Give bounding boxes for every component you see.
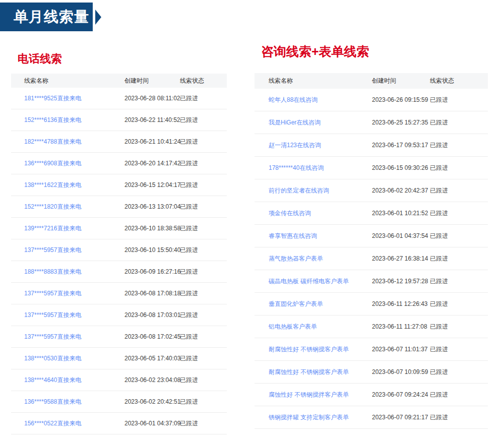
- created-time: 2023-06-15 12:04:17: [124, 181, 180, 188]
- created-time: 2023-06-25 15:27:35: [372, 119, 430, 126]
- lead-name-link[interactable]: 蛇年人88在线咨询: [269, 96, 318, 103]
- table-row: 188****8883直接来电 2023-06-09 16:27:16 已跟进: [11, 261, 227, 283]
- lead-name-link[interactable]: 垂直固化炉客户表单: [269, 300, 323, 307]
- table-header-row: 线索名称 创建时间 线索状态: [11, 74, 227, 88]
- table-row: 138****0530直接来电 2023-06-05 17:40:03 已跟进: [11, 348, 227, 369]
- lead-status: 已跟进: [180, 376, 227, 385]
- lead-status: 已跟进: [430, 368, 488, 376]
- table-row: 138****4640直接来电 2023-06-02 23:04:08 已跟进: [11, 369, 227, 391]
- lead-name-link[interactable]: 136****6908直接来电: [24, 160, 81, 167]
- created-time: 2023-06-09 16:27:16: [124, 268, 180, 275]
- created-time: 2023-06-07 11:01:37: [372, 346, 430, 353]
- lead-name-link[interactable]: 181****9525直接来电: [24, 95, 81, 102]
- lead-name-link[interactable]: 睿享智惠在线咨询: [269, 232, 317, 239]
- lead-name-link[interactable]: 铝电热板客户表单: [269, 323, 317, 330]
- created-time: 2023-06-27 16:38:14: [372, 255, 430, 262]
- report-page: 单月线索量 电话线索 线索名称 创建时间 线索状态 181****9525直接来…: [0, 0, 504, 442]
- lead-name-link[interactable]: 138****0530直接来电: [24, 355, 81, 362]
- lead-status: 已跟进: [180, 138, 227, 146]
- lead-name-link[interactable]: 182****4788直接来电: [24, 138, 81, 145]
- lead-status: 已跟进: [180, 224, 227, 233]
- lead-name-link[interactable]: 152****1820直接来电: [24, 203, 81, 210]
- created-time: 2023-06-01 04:37:09: [124, 420, 180, 427]
- lead-status: 已跟进: [180, 181, 227, 190]
- created-time: 2023-06-28 08:11:02: [124, 95, 180, 102]
- table-row: 137****5957直接来电 2023-06-10 15:50:40 已跟进: [11, 239, 227, 261]
- lead-status: 已跟进: [430, 141, 488, 150]
- lead-name-link[interactable]: 赵一清123在线咨询: [269, 142, 321, 149]
- table-row: 锈钢搅拌罐 支持定制客户表单 2023-06-07 09:21:17 已跟进: [255, 406, 488, 429]
- table-row: 耐腐蚀性好 不锈钢搅客户表单 2023-06-07 11:01:37 已跟进: [255, 338, 488, 361]
- lead-name-link[interactable]: 137****5957直接来电: [24, 333, 81, 340]
- table-row: 睿享智惠在线咨询 2023-06-01 04:37:54 已跟进: [255, 225, 488, 247]
- lead-name-link[interactable]: 前行的坚定者在线咨询: [269, 187, 329, 194]
- lead-name-link[interactable]: 152****6136直接来电: [24, 116, 81, 123]
- phone-leads-table: 线索名称 创建时间 线索状态 181****9525直接来电 2023-06-2…: [11, 74, 227, 434]
- lead-status: 已跟进: [180, 159, 227, 168]
- lead-name-link[interactable]: 腐蚀性好 不锈钢搅拌客户表单: [269, 391, 349, 398]
- created-time: 2023-06-02 23:04:08: [124, 376, 180, 384]
- lead-status: 已跟进: [180, 311, 227, 320]
- table-row: 项金传在线咨询 2023-06-01 10:21:52 已跟进: [255, 202, 488, 225]
- lead-status: 已跟进: [430, 300, 488, 308]
- table-row: 152****6136直接来电 2023-06-22 11:40:52 已跟进: [11, 109, 227, 131]
- lead-name-link[interactable]: 136****9588直接来电: [24, 398, 81, 405]
- lead-status: 已跟进: [430, 323, 488, 331]
- table-row: 我是HiGer在线咨询 2023-06-25 15:27:35 已跟进: [255, 111, 488, 134]
- column-header-lead-name: 线索名称: [11, 77, 124, 85]
- table-row: 铝电热板客户表单 2023-06-11 11:27:08 已跟进: [255, 315, 488, 338]
- created-time: 2023-06-10 15:50:40: [124, 246, 180, 254]
- section-banner: 单月线索量: [0, 3, 93, 31]
- lead-status: 已跟进: [430, 164, 488, 172]
- consult-leads-rows: 蛇年人88在线咨询 2023-06-26 09:15:59 已跟进 我是HiGe…: [255, 89, 488, 429]
- column-header-created-time: 创建时间: [372, 77, 430, 85]
- created-time: 2023-06-01 10:21:52: [372, 210, 430, 217]
- lead-name-link[interactable]: 156****0522直接来电: [24, 420, 81, 427]
- lead-name-link[interactable]: 138****1622直接来电: [24, 181, 81, 188]
- lead-name-link[interactable]: 我是HiGer在线咨询: [269, 119, 321, 126]
- lead-status: 已跟进: [180, 289, 227, 298]
- lead-status: 已跟进: [430, 391, 488, 399]
- column-header-lead-name: 线索名称: [255, 77, 372, 85]
- lead-name-link[interactable]: 137****5957直接来电: [24, 311, 81, 319]
- lead-name-link[interactable]: 碳晶电热板 碳纤维电客户表单: [269, 278, 349, 285]
- created-time: 2023-06-08 17:02:45: [124, 333, 180, 340]
- lead-status: 已跟进: [180, 398, 227, 406]
- lead-name-link[interactable]: 137****5957直接来电: [24, 246, 81, 254]
- created-time: 2023-06-11 12:26:43: [372, 300, 430, 307]
- lead-name-link[interactable]: 锈钢搅拌罐 支持定制客户表单: [269, 414, 349, 421]
- lead-status: 已跟进: [180, 354, 227, 363]
- table-header-row: 线索名称 创建时间 线索状态: [255, 73, 488, 89]
- table-row: 前行的坚定者在线咨询 2023-06-02 20:42:37 已跟进: [255, 179, 488, 202]
- table-row: 139****7216直接来电 2023-06-10 18:38:58 已跟进: [11, 218, 227, 239]
- lead-name-link[interactable]: 蒸气散热器客户表单: [269, 255, 323, 262]
- created-time: 2023-06-17 09:53:17: [372, 142, 430, 149]
- lead-name-link[interactable]: 耐腐蚀性好 不锈钢搅客户表单: [269, 368, 349, 375]
- lead-name-link[interactable]: 耐腐蚀性好 不锈钢搅客户表单: [269, 346, 349, 353]
- created-time: 2023-06-10 18:38:58: [124, 225, 180, 232]
- lead-name-link[interactable]: 137****5957直接来电: [24, 290, 81, 297]
- lead-status: 已跟进: [430, 96, 488, 104]
- table-row: 138****1622直接来电 2023-06-15 12:04:17 已跟进: [11, 174, 227, 196]
- lead-name-link[interactable]: 138****4640直接来电: [24, 376, 81, 384]
- lead-name-link[interactable]: 139****7216直接来电: [24, 225, 81, 232]
- created-time: 2023-06-26 09:15:59: [372, 96, 430, 103]
- created-time: 2023-06-01 04:37:54: [372, 232, 430, 239]
- lead-status: 已跟进: [180, 203, 227, 211]
- lead-name-link[interactable]: 178******40在线咨询: [269, 164, 324, 171]
- arrow-right-icon: [95, 10, 101, 25]
- created-time: 2023-06-02 20:42:51: [124, 398, 180, 405]
- lead-status: 已跟进: [430, 186, 488, 195]
- table-row: 181****9525直接来电 2023-06-28 08:11:02 已跟进: [11, 88, 227, 109]
- lead-name-link[interactable]: 188****8883直接来电: [24, 268, 81, 275]
- lead-status: 已跟进: [430, 413, 488, 422]
- table-row: 137****5957直接来电 2023-06-08 17:03:01 已跟进: [11, 304, 227, 326]
- created-time: 2023-06-15 09:30:26: [372, 164, 430, 171]
- column-header-lead-status: 线索状态: [430, 77, 488, 85]
- table-row: 182****4788直接来电 2023-06-21 10:41:24 已跟进: [11, 131, 227, 153]
- lead-status: 已跟进: [430, 232, 488, 240]
- lead-name-link[interactable]: 项金传在线咨询: [269, 210, 311, 217]
- lead-status: 已跟进: [180, 94, 227, 103]
- lead-status: 已跟进: [180, 333, 227, 341]
- created-time: 2023-06-05 17:40:03: [124, 355, 180, 362]
